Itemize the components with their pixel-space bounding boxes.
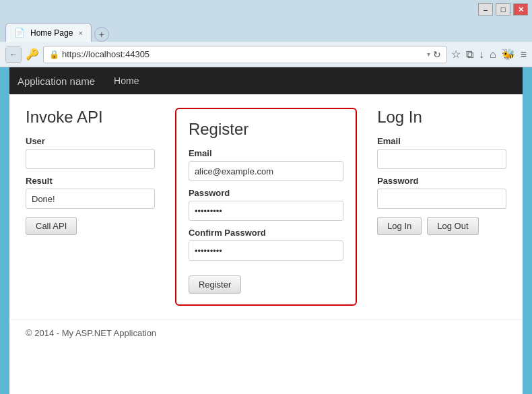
register-email-label: Email: [189, 148, 343, 158]
user-label: User: [26, 136, 155, 146]
register-section: Register Email Password Confirm Password…: [175, 108, 357, 306]
result-field-group: Result Done!: [26, 176, 155, 209]
active-tab[interactable]: 📄 Home Page ×: [5, 23, 92, 42]
new-tab-button[interactable]: +: [94, 27, 109, 42]
login-password-group: Password: [377, 176, 506, 209]
login-password-label: Password: [377, 176, 506, 186]
clipboard-icon[interactable]: ⧉: [466, 48, 473, 61]
login-buttons: Log In Log Out: [377, 217, 506, 235]
menu-icon[interactable]: ≡: [521, 48, 527, 61]
key-icon: 🔑: [26, 48, 39, 61]
close-window-button[interactable]: ✕: [513, 3, 528, 15]
bee-icon[interactable]: 🐝: [502, 48, 515, 61]
nav-link-home[interactable]: Home: [108, 75, 144, 86]
user-field-group: User: [26, 136, 155, 169]
invoke-api-title: Invoke API: [26, 108, 155, 127]
logout-button[interactable]: Log Out: [427, 217, 478, 235]
lock-icon: 🔒: [49, 50, 59, 59]
register-email-group: Email: [189, 148, 343, 181]
tab-icon: 📄: [14, 28, 25, 38]
login-email-input[interactable]: [377, 149, 506, 169]
app-footer: © 2014 - My ASP.NET Application: [9, 319, 523, 346]
register-password-group: Password: [189, 188, 343, 221]
title-bar: – □ ✕: [0, 0, 532, 19]
login-email-group: Email: [377, 136, 506, 169]
register-email-input[interactable]: [189, 161, 343, 181]
star-icon[interactable]: ☆: [451, 48, 461, 61]
refresh-icon[interactable]: ↻: [433, 49, 441, 60]
home-icon[interactable]: ⌂: [490, 48, 496, 61]
app-navbar: Application name Home: [9, 67, 523, 94]
back-button[interactable]: ←: [5, 46, 22, 63]
url-text: https://localhost:44305: [62, 49, 424, 59]
register-confirm-password-label: Confirm Password: [189, 228, 343, 238]
window-controls: – □ ✕: [478, 3, 528, 15]
register-password-label: Password: [189, 188, 343, 198]
user-input[interactable]: [26, 149, 155, 169]
login-button[interactable]: Log In: [377, 217, 422, 235]
tab-label: Home Page: [30, 28, 73, 38]
login-password-input[interactable]: [377, 189, 506, 209]
browser-toolbar-icons: ☆ ⧉ ↓ ⌂ 🐝 ≡: [451, 48, 527, 61]
app-wrapper: Application name Home Invoke API User Re…: [9, 67, 523, 394]
register-confirm-password-input[interactable]: [189, 240, 343, 261]
login-title: Log In: [377, 108, 506, 127]
invoke-api-section: Invoke API User Result Done! Call API: [26, 108, 168, 306]
register-title: Register: [189, 120, 343, 139]
footer-text: © 2014 - My ASP.NET Application: [26, 328, 156, 338]
url-dropdown-icon: ▾: [427, 51, 430, 58]
register-button[interactable]: Register: [189, 275, 241, 294]
url-box[interactable]: 🔒 https://localhost:44305 ▾ ↻: [43, 46, 447, 63]
download-icon[interactable]: ↓: [479, 48, 484, 61]
address-bar: ← 🔑 🔒 https://localhost:44305 ▾ ↻ ☆ ⧉ ↓ …: [0, 42, 532, 67]
app-brand: Application name: [18, 75, 95, 87]
minimize-button[interactable]: –: [478, 3, 493, 15]
close-tab-button[interactable]: ×: [78, 29, 82, 37]
maximize-button[interactable]: □: [496, 3, 510, 15]
register-password-input[interactable]: [189, 201, 343, 221]
tabs-bar: 📄 Home Page × +: [0, 19, 532, 42]
result-label: Result: [26, 176, 155, 186]
login-section: Log In Email Password Log In Log Out: [364, 108, 506, 306]
result-value: Done!: [26, 189, 155, 209]
call-api-button[interactable]: Call API: [26, 217, 77, 235]
app-content: Invoke API User Result Done! Call API Re…: [9, 94, 523, 319]
register-confirm-password-group: Confirm Password: [189, 228, 343, 261]
login-email-label: Email: [377, 136, 506, 146]
